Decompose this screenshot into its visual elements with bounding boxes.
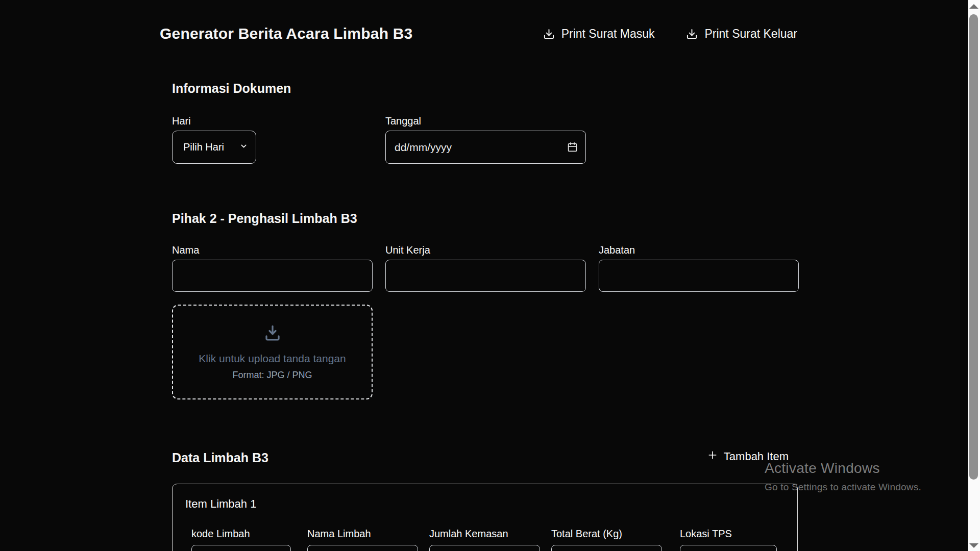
kode-limbah-input[interactable] xyxy=(191,545,291,551)
jumlah-kemasan-label: Jumlah Kemasan xyxy=(429,528,508,540)
plus-icon xyxy=(707,450,718,463)
lokasi-tps-label: Lokasi TPS xyxy=(680,528,732,540)
tambah-item-label: Tambah Item xyxy=(724,450,789,463)
total-berat-input[interactable] xyxy=(551,545,662,551)
vertical-scrollbar[interactable] xyxy=(968,0,980,551)
jabatan-input[interactable] xyxy=(599,260,799,292)
section-heading-data-limbah: Data Limbah B3 xyxy=(172,450,268,465)
lokasi-tps-input[interactable] xyxy=(680,545,777,551)
jumlah-kemasan-input[interactable] xyxy=(429,545,540,551)
scrollbar-thumb[interactable] xyxy=(969,14,978,480)
kode-limbah-label: kode Limbah xyxy=(191,528,250,540)
tanggal-date-input[interactable] xyxy=(385,131,586,164)
tambah-item-button[interactable]: Tambah Item xyxy=(707,450,789,463)
nama-input[interactable] xyxy=(172,260,373,292)
item-limbah-title: Item Limbah 1 xyxy=(185,497,256,511)
upload-instruction-text: Klik untuk upload tanda tangan xyxy=(199,353,346,365)
nama-label: Nama xyxy=(172,244,199,256)
upload-format-text: Format: JPG / PNG xyxy=(232,370,312,381)
item-limbah-card: Item Limbah 1 kode Limbah Nama Limbah Ju… xyxy=(172,484,798,551)
section-heading-informasi-dokumen: Informasi Dokumen xyxy=(172,81,291,96)
chevron-down-icon xyxy=(239,142,248,153)
hari-select-value: Pilih Hari xyxy=(183,141,224,153)
download-tray-icon xyxy=(263,324,282,344)
tanggal-field-wrap xyxy=(385,131,586,164)
nama-limbah-label: Nama Limbah xyxy=(307,528,371,540)
section-heading-pihak2: Pihak 2 - Penghasil Limbah B3 xyxy=(172,211,357,226)
unit-kerja-label: Unit Kerja xyxy=(385,244,430,256)
calendar-icon[interactable] xyxy=(567,142,578,155)
jabatan-label: Jabatan xyxy=(599,244,635,256)
hari-select[interactable]: Pilih Hari xyxy=(172,131,256,164)
unit-kerja-input[interactable] xyxy=(385,260,586,292)
scrollbar-up-arrow-icon[interactable] xyxy=(969,4,978,9)
tanggal-label: Tanggal xyxy=(385,115,421,127)
hari-label: Hari xyxy=(172,115,191,127)
app-window: Generator Berita Acara Limbah B3 Print S… xyxy=(0,0,980,551)
nama-limbah-input[interactable] xyxy=(307,545,418,551)
upload-tanda-tangan-dropzone[interactable]: Klik untuk upload tanda tangan Format: J… xyxy=(172,305,373,399)
total-berat-label: Total Berat (Kg) xyxy=(551,528,622,540)
form-content: Informasi Dokumen Hari Pilih Hari Tangga… xyxy=(172,0,799,551)
scrollbar-down-arrow-icon[interactable] xyxy=(969,543,978,548)
